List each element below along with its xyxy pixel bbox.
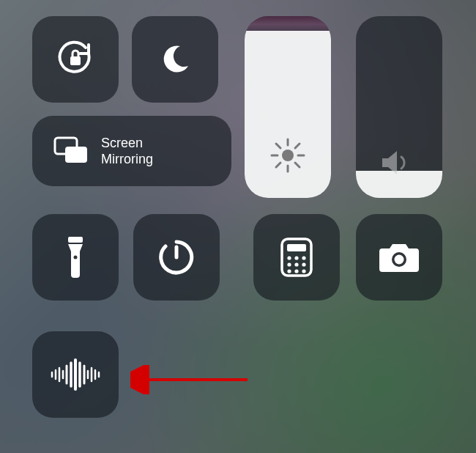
svg-point-22 xyxy=(302,262,305,266)
svg-rect-16 xyxy=(287,244,306,251)
svg-point-24 xyxy=(294,269,298,273)
do-not-disturb-button[interactable] xyxy=(132,16,218,103)
svg-point-13 xyxy=(74,256,78,259)
control-center: Screen Mirroring xyxy=(0,0,476,453)
moon-icon xyxy=(158,43,192,76)
screen-mirroring-label: Screen Mirroring xyxy=(101,135,153,167)
svg-point-21 xyxy=(294,262,298,266)
screen-mirroring-icon xyxy=(53,136,89,166)
svg-point-25 xyxy=(302,269,305,273)
rotation-lock-button[interactable] xyxy=(32,16,119,103)
svg-point-18 xyxy=(294,256,298,259)
flashlight-button[interactable] xyxy=(32,214,119,301)
svg-point-19 xyxy=(302,256,305,259)
calculator-icon xyxy=(280,237,313,277)
sun-icon xyxy=(267,135,308,176)
flashlight-icon xyxy=(64,235,87,279)
waveform-icon xyxy=(49,358,102,391)
svg-line-7 xyxy=(295,163,300,167)
svg-line-6 xyxy=(276,144,280,148)
svg-point-17 xyxy=(287,256,291,259)
rotation-lock-icon xyxy=(53,37,97,81)
timer-icon xyxy=(157,237,196,277)
brightness-slider[interactable] xyxy=(245,16,331,198)
svg-line-8 xyxy=(276,163,280,167)
camera-icon xyxy=(378,241,420,273)
volume-slider[interactable] xyxy=(356,16,442,198)
camera-button[interactable] xyxy=(356,214,442,301)
screen-mirroring-button[interactable]: Screen Mirroring xyxy=(32,116,231,186)
timer-button[interactable] xyxy=(133,214,220,301)
svg-point-27 xyxy=(395,255,404,265)
speaker-icon xyxy=(379,147,419,179)
voice-memos-button[interactable] xyxy=(32,331,119,418)
calculator-button[interactable] xyxy=(253,214,340,301)
svg-rect-12 xyxy=(68,237,83,243)
svg-point-1 xyxy=(282,150,294,161)
annotation-arrow xyxy=(130,365,255,394)
svg-point-23 xyxy=(287,269,291,273)
svg-rect-11 xyxy=(65,147,87,163)
svg-rect-0 xyxy=(70,56,81,65)
svg-point-20 xyxy=(287,262,291,266)
svg-line-9 xyxy=(295,144,300,148)
